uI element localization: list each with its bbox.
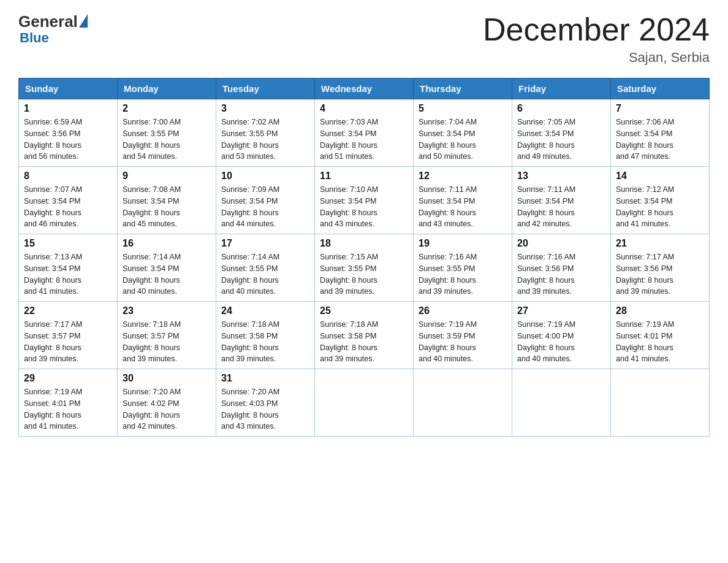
day-number: 29 xyxy=(24,373,112,384)
calendar-cell: 3Sunrise: 7:02 AMSunset: 3:55 PMDaylight… xyxy=(216,99,315,167)
calendar-cell: 12Sunrise: 7:11 AMSunset: 3:54 PMDayligh… xyxy=(414,167,512,234)
col-header-wednesday: Wednesday xyxy=(315,79,414,99)
day-info: Sunrise: 7:19 AMSunset: 3:59 PMDaylight:… xyxy=(419,319,507,365)
calendar-cell: 1Sunrise: 6:59 AMSunset: 3:56 PMDaylight… xyxy=(19,99,118,167)
day-info: Sunrise: 7:04 AMSunset: 3:54 PMDaylight:… xyxy=(419,117,507,163)
day-number: 18 xyxy=(320,238,408,249)
day-info: Sunrise: 7:00 AMSunset: 3:55 PMDaylight:… xyxy=(123,117,211,163)
day-number: 12 xyxy=(419,170,507,182)
day-info: Sunrise: 7:11 AMSunset: 3:54 PMDaylight:… xyxy=(419,184,507,230)
day-info: Sunrise: 7:19 AMSunset: 4:00 PMDaylight:… xyxy=(517,319,605,365)
day-number: 31 xyxy=(221,373,309,384)
calendar-cell: 20Sunrise: 7:16 AMSunset: 3:56 PMDayligh… xyxy=(512,234,611,302)
logo: General Blue xyxy=(18,12,88,46)
day-number: 20 xyxy=(517,238,605,249)
day-info: Sunrise: 7:13 AMSunset: 3:54 PMDaylight:… xyxy=(24,251,112,297)
day-info: Sunrise: 7:14 AMSunset: 3:55 PMDaylight:… xyxy=(221,251,309,297)
calendar-cell: 7Sunrise: 7:06 AMSunset: 3:54 PMDaylight… xyxy=(611,99,710,167)
calendar-cell: 26Sunrise: 7:19 AMSunset: 3:59 PMDayligh… xyxy=(414,302,512,369)
day-number: 19 xyxy=(419,238,507,249)
day-number: 30 xyxy=(123,373,211,384)
title-block: December 2024 Sajan, Serbia xyxy=(483,12,710,66)
day-number: 9 xyxy=(123,170,211,182)
day-number: 17 xyxy=(221,238,309,249)
calendar-row-5: 29Sunrise: 7:19 AMSunset: 4:01 PMDayligh… xyxy=(19,369,710,437)
day-info: Sunrise: 7:16 AMSunset: 3:56 PMDaylight:… xyxy=(517,251,605,297)
day-number: 3 xyxy=(221,103,309,114)
day-info: Sunrise: 7:05 AMSunset: 3:54 PMDaylight:… xyxy=(517,117,605,163)
calendar-cell: 29Sunrise: 7:19 AMSunset: 4:01 PMDayligh… xyxy=(19,369,118,437)
day-number: 24 xyxy=(221,305,309,316)
day-info: Sunrise: 7:14 AMSunset: 3:54 PMDaylight:… xyxy=(123,251,211,297)
logo-general-text: General xyxy=(18,12,78,31)
calendar-cell: 23Sunrise: 7:18 AMSunset: 3:57 PMDayligh… xyxy=(118,302,216,369)
page-header: General Blue December 2024 Sajan, Serbia xyxy=(18,12,710,66)
day-info: Sunrise: 7:12 AMSunset: 3:54 PMDaylight:… xyxy=(616,184,704,230)
calendar-cell: 17Sunrise: 7:14 AMSunset: 3:55 PMDayligh… xyxy=(216,234,315,302)
calendar-cell xyxy=(414,369,512,437)
day-number: 2 xyxy=(123,103,211,114)
day-number: 22 xyxy=(24,305,112,316)
calendar-cell xyxy=(315,369,414,437)
calendar-cell: 14Sunrise: 7:12 AMSunset: 3:54 PMDayligh… xyxy=(611,167,710,234)
logo-blue-text: Blue xyxy=(20,30,49,46)
location-subtitle: Sajan, Serbia xyxy=(483,50,710,66)
day-info: Sunrise: 7:19 AMSunset: 4:01 PMDaylight:… xyxy=(616,319,704,365)
day-info: Sunrise: 7:11 AMSunset: 3:54 PMDaylight:… xyxy=(517,184,605,230)
col-header-sunday: Sunday xyxy=(19,79,118,99)
col-header-friday: Friday xyxy=(512,79,611,99)
day-info: Sunrise: 7:07 AMSunset: 3:54 PMDaylight:… xyxy=(24,184,112,230)
calendar-cell: 25Sunrise: 7:18 AMSunset: 3:58 PMDayligh… xyxy=(315,302,414,369)
day-info: Sunrise: 7:10 AMSunset: 3:54 PMDaylight:… xyxy=(320,184,408,230)
day-number: 11 xyxy=(320,170,408,182)
day-info: Sunrise: 7:03 AMSunset: 3:54 PMDaylight:… xyxy=(320,117,408,163)
calendar-row-1: 1Sunrise: 6:59 AMSunset: 3:56 PMDaylight… xyxy=(19,99,710,167)
day-info: Sunrise: 7:20 AMSunset: 4:03 PMDaylight:… xyxy=(221,386,309,432)
day-number: 13 xyxy=(517,170,605,182)
calendar-cell: 11Sunrise: 7:10 AMSunset: 3:54 PMDayligh… xyxy=(315,167,414,234)
calendar-cell: 9Sunrise: 7:08 AMSunset: 3:54 PMDaylight… xyxy=(118,167,216,234)
calendar-cell xyxy=(611,369,710,437)
day-number: 23 xyxy=(123,305,211,316)
calendar-row-2: 8Sunrise: 7:07 AMSunset: 3:54 PMDaylight… xyxy=(19,167,710,234)
calendar-row-3: 15Sunrise: 7:13 AMSunset: 3:54 PMDayligh… xyxy=(19,234,710,302)
day-number: 6 xyxy=(517,103,605,114)
calendar-cell: 22Sunrise: 7:17 AMSunset: 3:57 PMDayligh… xyxy=(19,302,118,369)
col-header-saturday: Saturday xyxy=(611,79,710,99)
calendar-cell: 27Sunrise: 7:19 AMSunset: 4:00 PMDayligh… xyxy=(512,302,611,369)
day-info: Sunrise: 7:02 AMSunset: 3:55 PMDaylight:… xyxy=(221,117,309,163)
day-number: 4 xyxy=(320,103,408,114)
calendar-cell: 19Sunrise: 7:16 AMSunset: 3:55 PMDayligh… xyxy=(414,234,512,302)
day-info: Sunrise: 7:18 AMSunset: 3:58 PMDaylight:… xyxy=(221,319,309,365)
day-number: 21 xyxy=(616,238,704,249)
day-number: 25 xyxy=(320,305,408,316)
day-number: 27 xyxy=(517,305,605,316)
day-number: 26 xyxy=(419,305,507,316)
month-title: December 2024 xyxy=(483,12,710,47)
calendar-cell: 16Sunrise: 7:14 AMSunset: 3:54 PMDayligh… xyxy=(118,234,216,302)
day-number: 10 xyxy=(221,170,309,182)
calendar-table: SundayMondayTuesdayWednesdayThursdayFrid… xyxy=(18,78,710,437)
col-header-tuesday: Tuesday xyxy=(216,79,315,99)
day-number: 5 xyxy=(419,103,507,114)
day-info: Sunrise: 7:17 AMSunset: 3:57 PMDaylight:… xyxy=(24,319,112,365)
col-header-thursday: Thursday xyxy=(414,79,512,99)
day-info: Sunrise: 6:59 AMSunset: 3:56 PMDaylight:… xyxy=(24,117,112,163)
day-info: Sunrise: 7:19 AMSunset: 4:01 PMDaylight:… xyxy=(24,386,112,432)
day-info: Sunrise: 7:09 AMSunset: 3:54 PMDaylight:… xyxy=(221,184,309,230)
calendar-cell xyxy=(512,369,611,437)
day-number: 28 xyxy=(616,305,704,316)
day-number: 15 xyxy=(24,238,112,249)
day-info: Sunrise: 7:18 AMSunset: 3:58 PMDaylight:… xyxy=(320,319,408,365)
calendar-row-4: 22Sunrise: 7:17 AMSunset: 3:57 PMDayligh… xyxy=(19,302,710,369)
calendar-cell: 24Sunrise: 7:18 AMSunset: 3:58 PMDayligh… xyxy=(216,302,315,369)
calendar-cell: 8Sunrise: 7:07 AMSunset: 3:54 PMDaylight… xyxy=(19,167,118,234)
day-number: 16 xyxy=(123,238,211,249)
calendar-cell: 18Sunrise: 7:15 AMSunset: 3:55 PMDayligh… xyxy=(315,234,414,302)
day-info: Sunrise: 7:18 AMSunset: 3:57 PMDaylight:… xyxy=(123,319,211,365)
day-number: 14 xyxy=(616,170,704,182)
day-info: Sunrise: 7:16 AMSunset: 3:55 PMDaylight:… xyxy=(419,251,507,297)
calendar-cell: 5Sunrise: 7:04 AMSunset: 3:54 PMDaylight… xyxy=(414,99,512,167)
calendar-cell: 15Sunrise: 7:13 AMSunset: 3:54 PMDayligh… xyxy=(19,234,118,302)
day-info: Sunrise: 7:15 AMSunset: 3:55 PMDaylight:… xyxy=(320,251,408,297)
